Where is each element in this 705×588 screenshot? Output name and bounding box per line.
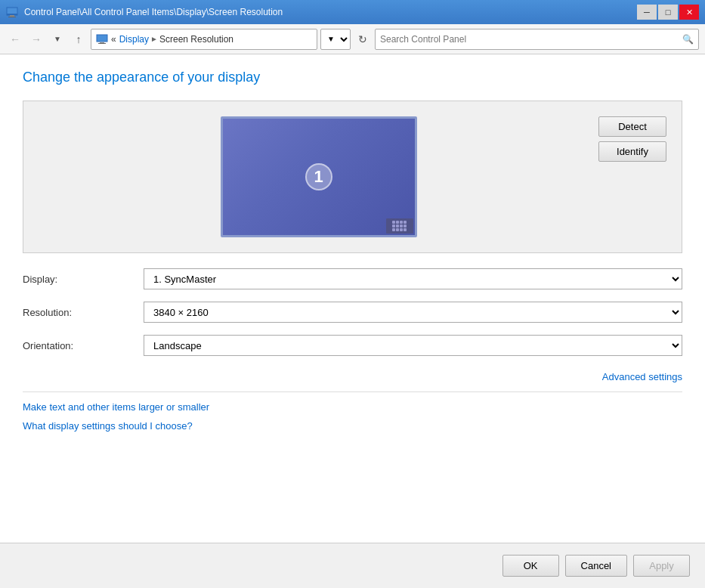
svg-rect-3	[8, 17, 16, 17]
maximize-button[interactable]: □	[658, 5, 678, 20]
main-content: Change the appearance of your display 1	[0, 54, 705, 543]
settings-grid: Display: 1. SyncMaster Resolution: 3840 …	[23, 268, 682, 356]
page-title: Change the appearance of your display	[23, 70, 682, 85]
monitor-preview[interactable]: 1	[221, 116, 417, 237]
up-button[interactable]: ↑	[70, 30, 88, 48]
breadcrumb-separator: ►	[150, 35, 158, 43]
breadcrumb-bar: « Display ► Screen Resolution	[91, 29, 317, 50]
taskbar-dot	[400, 228, 403, 231]
svg-rect-6	[98, 43, 106, 44]
breadcrumb-monitor-icon	[96, 33, 108, 45]
back-button[interactable]: ←	[6, 30, 24, 48]
monitor-number: 1	[305, 163, 332, 190]
svg-rect-2	[10, 15, 14, 17]
svg-rect-5	[100, 42, 104, 43]
svg-rect-4	[97, 35, 107, 42]
taskbar-dot	[396, 228, 399, 231]
search-icon: 🔍	[682, 34, 694, 45]
close-button[interactable]: ✕	[679, 5, 699, 20]
title-bar-text: Control Panel\All Control Panel Items\Di…	[24, 7, 637, 17]
title-bar: Control Panel\All Control Panel Items\Di…	[0, 0, 705, 24]
window-icon	[6, 6, 18, 18]
taskbar-dot	[404, 224, 407, 227]
detect-button[interactable]: Detect	[598, 116, 666, 137]
taskbar-dot	[392, 228, 395, 231]
detect-identify-buttons: Detect Identify	[598, 116, 666, 162]
search-input[interactable]	[380, 34, 682, 45]
divider	[23, 391, 682, 392]
refresh-button[interactable]: ↻	[354, 30, 372, 48]
taskbar-dot	[396, 221, 399, 224]
forward-button[interactable]: →	[27, 30, 45, 48]
resolution-select[interactable]: 3840 × 2160 2560 × 1440 1920 × 1080 1280…	[144, 302, 682, 323]
title-bar-buttons: ─ □ ✕	[637, 5, 699, 20]
minimize-button[interactable]: ─	[637, 5, 657, 20]
identify-button[interactable]: Identify	[598, 141, 666, 162]
breadcrumb-icons: «	[111, 34, 116, 45]
taskbar-dot	[396, 224, 399, 227]
address-bar: ← → ▼ ↑ « Display ► Screen Resolution ▼ …	[0, 24, 705, 54]
orientation-label: Orientation:	[23, 340, 136, 351]
taskbar-dot	[404, 221, 407, 224]
display-select[interactable]: 1. SyncMaster	[144, 268, 682, 289]
search-box: 🔍	[375, 29, 699, 50]
taskbar-dot	[400, 221, 403, 224]
taskbar-dot	[404, 228, 407, 231]
taskbar-dot	[392, 221, 395, 224]
breadcrumb-current: Screen Resolution	[159, 34, 233, 45]
ok-button[interactable]: OK	[502, 555, 559, 577]
cancel-button[interactable]: Cancel	[565, 555, 627, 577]
apply-button[interactable]: Apply	[633, 555, 690, 577]
display-label: Display:	[23, 274, 136, 285]
display-settings-link[interactable]: What display settings should I choose?	[23, 420, 682, 432]
orientation-select[interactable]: Landscape Portrait Landscape (flipped) P…	[144, 335, 682, 356]
taskbar-dot	[400, 224, 403, 227]
breadcrumb-display-link[interactable]: Display	[119, 34, 149, 45]
svg-rect-1	[7, 14, 17, 15]
taskbar-dot	[392, 224, 395, 227]
text-size-link[interactable]: Make text and other items larger or smal…	[23, 401, 682, 413]
taskbar-dots	[392, 221, 407, 231]
breadcrumb-dropdown[interactable]: ▼	[320, 29, 351, 50]
footer: OK Cancel Apply	[0, 543, 705, 588]
monitor-taskbar	[386, 218, 413, 234]
display-preview-container: 1	[23, 101, 682, 253]
resolution-label: Resolution:	[23, 307, 136, 318]
dropdown-button[interactable]: ▼	[48, 30, 66, 48]
advanced-settings-link[interactable]: Advanced settings	[23, 371, 682, 382]
